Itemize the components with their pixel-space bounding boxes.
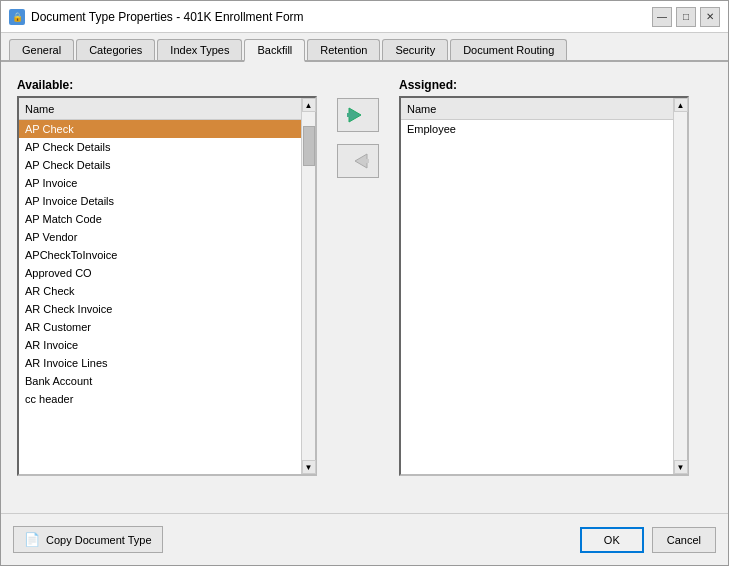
assigned-column-name: Name xyxy=(407,103,436,115)
tab-document-routing[interactable]: Document Routing xyxy=(450,39,567,60)
scroll-up-arrow[interactable]: ▲ xyxy=(674,98,688,112)
bottom-bar: 📄 Copy Document Type OK Cancel xyxy=(1,513,728,565)
title-bar-left: 🔒 Document Type Properties - 401K Enroll… xyxy=(9,9,304,25)
list-item[interactable]: AR Check Invoice xyxy=(19,300,301,318)
svg-rect-3 xyxy=(363,159,369,163)
svg-rect-1 xyxy=(347,113,353,117)
available-list-items[interactable]: AP Check AP Check Details AP Check Detai… xyxy=(19,120,301,474)
copy-icon: 📄 xyxy=(24,532,40,547)
bottom-right-buttons: OK Cancel xyxy=(580,527,716,553)
window-title: Document Type Properties - 401K Enrollme… xyxy=(31,10,304,24)
copy-document-type-button[interactable]: 📄 Copy Document Type xyxy=(13,526,163,553)
ok-button[interactable]: OK xyxy=(580,527,644,553)
available-column-name: Name xyxy=(25,103,54,115)
scroll-up-arrow[interactable]: ▲ xyxy=(302,98,316,112)
assigned-list-header: Name xyxy=(401,98,673,120)
move-left-button[interactable] xyxy=(337,144,379,178)
list-item[interactable]: Approved CO xyxy=(19,264,301,282)
assigned-panel: Assigned: Name Employee ▲ ▼ xyxy=(399,78,689,476)
tab-general[interactable]: General xyxy=(9,39,74,60)
list-item[interactable]: AP Vendor xyxy=(19,228,301,246)
main-window: 🔒 Document Type Properties - 401K Enroll… xyxy=(0,0,729,566)
arrow-buttons xyxy=(317,98,399,178)
list-item[interactable]: AR Check xyxy=(19,282,301,300)
assigned-list-items[interactable]: Employee xyxy=(401,120,673,474)
assigned-label: Assigned: xyxy=(399,78,689,92)
copy-button-label: Copy Document Type xyxy=(46,534,152,546)
scroll-down-arrow[interactable]: ▼ xyxy=(302,460,316,474)
list-item[interactable]: AR Customer xyxy=(19,318,301,336)
assigned-list-inner: Name Employee xyxy=(401,98,673,474)
tab-categories[interactable]: Categories xyxy=(76,39,155,60)
available-list-header: Name xyxy=(19,98,301,120)
list-item[interactable]: Employee xyxy=(401,120,673,138)
list-item[interactable]: AP Check xyxy=(19,120,301,138)
scroll-down-arrow[interactable]: ▼ xyxy=(674,460,688,474)
tab-retention[interactable]: Retention xyxy=(307,39,380,60)
title-buttons: — □ ✕ xyxy=(652,7,720,27)
panels: Available: Name AP Check AP Check Detail… xyxy=(17,78,712,497)
tab-bar: General Categories Index Types Backfill … xyxy=(1,33,728,62)
tab-security[interactable]: Security xyxy=(382,39,448,60)
assigned-list-container: Name Employee ▲ ▼ xyxy=(399,96,689,476)
close-button[interactable]: ✕ xyxy=(700,7,720,27)
available-list-container: Name AP Check AP Check Details AP Check … xyxy=(17,96,317,476)
restore-button[interactable]: □ xyxy=(676,7,696,27)
title-bar: 🔒 Document Type Properties - 401K Enroll… xyxy=(1,1,728,33)
available-scrollbar[interactable]: ▲ ▼ xyxy=(301,98,315,474)
cancel-button[interactable]: Cancel xyxy=(652,527,716,553)
list-item[interactable]: AP Match Code xyxy=(19,210,301,228)
minimize-button[interactable]: — xyxy=(652,7,672,27)
list-item[interactable]: AP Invoice Details xyxy=(19,192,301,210)
available-label: Available: xyxy=(17,78,317,92)
content-area: Available: Name AP Check AP Check Detail… xyxy=(1,62,728,513)
available-panel: Available: Name AP Check AP Check Detail… xyxy=(17,78,317,476)
scroll-thumb[interactable] xyxy=(303,126,315,166)
move-right-button[interactable] xyxy=(337,98,379,132)
list-item[interactable]: AP Check Details xyxy=(19,156,301,174)
list-item[interactable]: AP Check Details xyxy=(19,138,301,156)
list-item[interactable]: AR Invoice xyxy=(19,336,301,354)
list-item[interactable]: Bank Account xyxy=(19,372,301,390)
window-icon: 🔒 xyxy=(9,9,25,25)
tab-index-types[interactable]: Index Types xyxy=(157,39,242,60)
available-list-inner: Name AP Check AP Check Details AP Check … xyxy=(19,98,301,474)
list-item[interactable]: APCheckToInvoice xyxy=(19,246,301,264)
assigned-scrollbar[interactable]: ▲ ▼ xyxy=(673,98,687,474)
list-item[interactable]: AP Invoice xyxy=(19,174,301,192)
list-item[interactable]: cc header xyxy=(19,390,301,408)
tab-backfill[interactable]: Backfill xyxy=(244,39,305,62)
list-item[interactable]: AR Invoice Lines xyxy=(19,354,301,372)
